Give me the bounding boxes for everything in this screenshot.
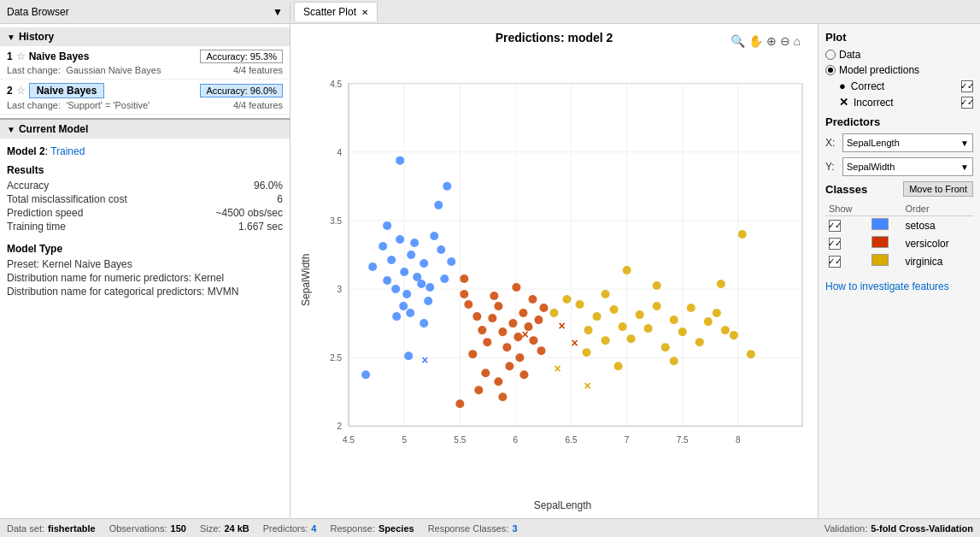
class-versicolor-checkbox[interactable]: ✓ bbox=[825, 234, 868, 252]
history-item-2-row1: 2 ☆ Naive Bayes Accuracy: 96.0% bbox=[7, 83, 283, 98]
history-item-2-name: Naive Bayes bbox=[29, 83, 105, 98]
svg-point-75 bbox=[539, 304, 548, 312]
svg-point-115 bbox=[583, 348, 591, 357]
svg-text:7.5: 7.5 bbox=[677, 435, 689, 445]
correct-checkbox[interactable]: ✓ bbox=[961, 80, 973, 92]
incorrect-checkbox[interactable]: ✓ bbox=[961, 97, 973, 109]
class-setosa-checkbox[interactable]: ✓ bbox=[825, 216, 868, 235]
data-radio-button[interactable] bbox=[825, 50, 836, 60]
svg-point-49 bbox=[420, 319, 428, 328]
svg-point-74 bbox=[534, 316, 543, 324]
svg-point-107 bbox=[713, 309, 721, 317]
history-item-2-last-change-label: Last change: 'Support' = 'Positive' bbox=[7, 100, 150, 110]
model-type-line-3: Distribution name for categorical predic… bbox=[7, 286, 283, 298]
result-misclass-value: 6 bbox=[277, 193, 283, 205]
classes-header: Classes Move to Front bbox=[825, 181, 973, 197]
data-radio-row[interactable]: Data bbox=[825, 49, 973, 61]
model-type-line-1: Preset: Kernel Naive Bayes bbox=[7, 258, 283, 270]
right-panel: Plot Data Model predictions ● Correct bbox=[818, 24, 980, 518]
zoom-icon[interactable]: 🔍 bbox=[731, 34, 745, 48]
svg-text:4.5: 4.5 bbox=[343, 435, 355, 445]
model-predictions-radio-button[interactable] bbox=[825, 65, 836, 75]
status-response-label: Response: bbox=[330, 523, 375, 534]
svg-point-91 bbox=[576, 300, 584, 309]
tab-close-icon[interactable]: ✕ bbox=[361, 8, 368, 17]
result-training-time: Training time 1.667 sec bbox=[7, 221, 283, 233]
svg-point-92 bbox=[584, 326, 593, 334]
history-header[interactable]: ▼ History bbox=[0, 27, 290, 46]
history-item-2[interactable]: 2 ☆ Naive Bayes Accuracy: 96.0% Last cha… bbox=[0, 80, 290, 115]
data-browser-menu-icon[interactable]: ▼ bbox=[273, 6, 283, 18]
result-training-time-label: Training time bbox=[7, 221, 66, 233]
history-item-1-star-icon[interactable]: ☆ bbox=[16, 50, 26, 62]
svg-point-61 bbox=[464, 300, 472, 309]
svg-point-80 bbox=[481, 369, 490, 377]
move-to-front-button[interactable]: Move to Front bbox=[903, 181, 973, 197]
svg-point-120 bbox=[747, 350, 755, 358]
svg-point-48 bbox=[406, 309, 414, 317]
versicolor-check-icon[interactable]: ✓ bbox=[829, 238, 841, 250]
history-item-1-last-change-label: Last change: Gaussian Naive Bayes bbox=[7, 65, 161, 75]
svg-point-36 bbox=[391, 285, 400, 293]
incorrect-row: ✕ Incorrect ✓ bbox=[839, 96, 973, 109]
svg-point-94 bbox=[601, 336, 610, 345]
x-predictor-select[interactable]: SepalLength ▼ bbox=[842, 133, 973, 152]
svg-point-117 bbox=[717, 280, 725, 288]
status-response-classes-label: Response Classes: bbox=[428, 523, 509, 534]
investigate-link[interactable]: How to investigate features bbox=[825, 280, 973, 292]
svg-point-108 bbox=[721, 326, 730, 334]
current-model-label: Current Model bbox=[19, 123, 88, 135]
status-response-classes-value[interactable]: 3 bbox=[512, 523, 517, 534]
svg-point-88 bbox=[455, 399, 464, 408]
svg-text:×: × bbox=[558, 319, 565, 333]
status-predictors-value[interactable]: 4 bbox=[311, 523, 316, 534]
status-observations-label: Observations: bbox=[109, 523, 167, 534]
reset-icon[interactable]: ⌂ bbox=[794, 34, 801, 48]
model-trained-status: Trained bbox=[50, 145, 85, 157]
zoom-out-icon[interactable]: ⊖ bbox=[780, 34, 790, 48]
virginica-check-icon[interactable]: ✓ bbox=[829, 256, 841, 268]
svg-point-68 bbox=[502, 343, 511, 351]
svg-point-82 bbox=[494, 377, 502, 386]
history-item-1[interactable]: 1 ☆ Naive Bayes Accuracy: 95.3% Last cha… bbox=[0, 46, 290, 80]
svg-point-47 bbox=[399, 302, 408, 310]
svg-point-69 bbox=[508, 319, 517, 328]
history-item-2-star-icon[interactable]: ☆ bbox=[16, 85, 26, 97]
scatter-plot-svg: 4.5 4 3.5 3 2.5 2 4.5 5 5.5 6 6.5 bbox=[314, 48, 811, 496]
y-predictor-select[interactable]: SepalWidth ▼ bbox=[842, 157, 973, 176]
status-dataset-value: fishertable bbox=[48, 523, 96, 534]
svg-point-33 bbox=[379, 242, 387, 251]
svg-point-103 bbox=[678, 328, 687, 336]
results-title: Results bbox=[7, 164, 283, 176]
svg-text:6.5: 6.5 bbox=[566, 435, 578, 445]
setosa-check-icon[interactable]: ✓ bbox=[829, 220, 841, 232]
history-item-2-accuracy: Accuracy: 96.0% bbox=[200, 84, 283, 97]
svg-point-104 bbox=[687, 304, 695, 312]
left-panel: ▼ History 1 ☆ Naive Bayes Accuracy: 95.3… bbox=[0, 24, 290, 518]
scatter-plot-tab[interactable]: Scatter Plot ✕ bbox=[294, 2, 378, 21]
status-predictors-label: Predictors: bbox=[263, 523, 308, 534]
plot-toolbar: 🔍 ✋ ⊕ ⊖ ⌂ bbox=[731, 34, 801, 48]
status-observations: Observations: 150 bbox=[109, 523, 186, 534]
svg-point-65 bbox=[488, 314, 496, 322]
plot-area: Predictions: model 2 🔍 ✋ ⊕ ⊖ ⌂ SepalWidt… bbox=[290, 24, 818, 518]
y-axis-label: SepalWidth bbox=[297, 48, 314, 511]
svg-point-116 bbox=[653, 281, 661, 290]
x-predictor-label: X: bbox=[825, 137, 842, 149]
svg-point-95 bbox=[610, 305, 619, 314]
svg-point-111 bbox=[601, 290, 610, 298]
pan-icon[interactable]: ✋ bbox=[748, 34, 763, 48]
svg-point-84 bbox=[460, 274, 468, 283]
y-predictor-arrow-icon: ▼ bbox=[960, 162, 969, 172]
model-predictions-radio-row[interactable]: Model predictions bbox=[825, 64, 973, 76]
zoom-in-icon[interactable]: ⊕ bbox=[766, 34, 777, 48]
history-item-1-num-star: 1 ☆ Naive Bayes bbox=[7, 50, 89, 62]
result-accuracy-value: 96.0% bbox=[254, 180, 283, 192]
current-model-header[interactable]: ▼ Current Model bbox=[0, 120, 290, 139]
svg-point-52 bbox=[383, 221, 391, 230]
main-content: ▼ History 1 ☆ Naive Bayes Accuracy: 95.3… bbox=[0, 24, 980, 518]
history-item-1-num: 1 bbox=[7, 50, 13, 62]
status-observations-value: 150 bbox=[171, 523, 186, 534]
svg-text:2: 2 bbox=[337, 422, 342, 431]
class-virginica-checkbox[interactable]: ✓ bbox=[825, 252, 868, 270]
